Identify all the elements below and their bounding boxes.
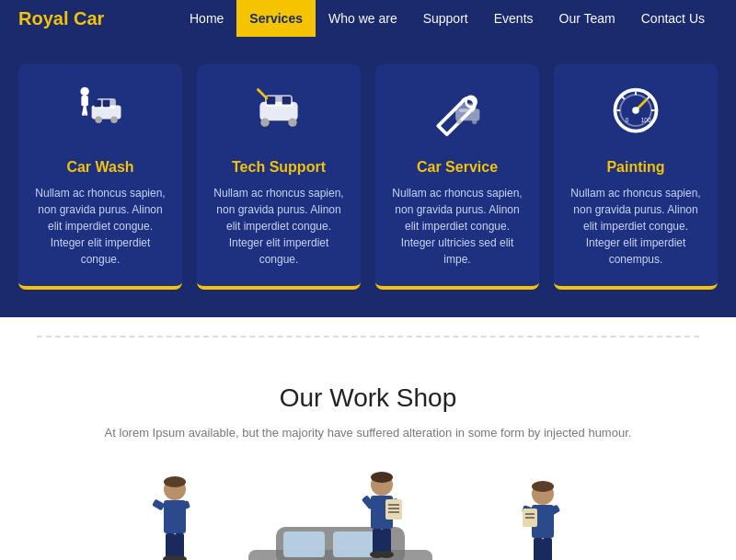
svg-rect-14 <box>267 97 275 104</box>
workshop-title: Our Work Shop <box>18 383 718 413</box>
nav-item-who-we-are[interactable]: Who we are <box>316 0 410 37</box>
svg-point-12 <box>260 118 269 126</box>
nav-item-events[interactable]: Events <box>481 0 546 37</box>
site-logo[interactable]: Royal Car <box>18 8 104 29</box>
svg-text:0: 0 <box>626 117 629 123</box>
svg-point-7 <box>110 117 118 124</box>
section-divider <box>37 336 699 337</box>
svg-rect-36 <box>152 499 165 511</box>
svg-point-20 <box>456 119 462 124</box>
service-card-car-wash: Car Wash Nullam ac rhoncus sapien, non g… <box>18 64 182 290</box>
svg-point-65 <box>532 481 554 492</box>
service-card-car-service: Car Service Nullam ac rhoncus sapien, no… <box>375 64 539 290</box>
svg-rect-8 <box>94 100 101 108</box>
nav-item-services[interactable]: Services <box>236 0 316 37</box>
svg-point-30 <box>632 107 639 114</box>
svg-rect-56 <box>373 529 382 554</box>
svg-rect-15 <box>282 97 291 104</box>
svg-rect-39 <box>175 533 184 559</box>
svg-text:100: 100 <box>641 117 651 123</box>
nav-item-contact-us[interactable]: Contact Us <box>628 0 718 37</box>
service-card-painting: 0 100 Painting Nullam ac rhoncus sapien,… <box>554 64 718 290</box>
svg-point-13 <box>288 118 296 126</box>
svg-rect-44 <box>283 531 325 557</box>
nav-item-home[interactable]: Home <box>177 0 236 37</box>
tech-support-desc: Nullam ac rhoncus sapien, non gravida pu… <box>212 185 346 268</box>
painting-desc: Nullam ac rhoncus sapien, non gravida pu… <box>569 185 703 268</box>
services-grid: Car Wash Nullam ac rhoncus sapien, non g… <box>18 64 718 290</box>
car-wash-icon <box>33 83 167 148</box>
svg-line-3 <box>85 106 86 115</box>
painting-title: Painting <box>569 159 703 176</box>
svg-line-27 <box>622 97 625 99</box>
svg-rect-38 <box>166 533 175 559</box>
car-service-title: Car Service <box>390 159 524 176</box>
workshop-section: Our Work Shop At lorem Ipsum available, … <box>0 356 736 560</box>
svg-rect-19 <box>459 104 475 112</box>
svg-rect-1 <box>81 96 88 106</box>
svg-rect-9 <box>103 100 110 108</box>
svg-rect-57 <box>382 529 391 554</box>
logo-text-accent: Car <box>74 8 104 29</box>
tech-support-title: Tech Support <box>212 159 346 176</box>
car-service-icon <box>390 83 524 148</box>
nav-item-support[interactable]: Support <box>410 0 481 37</box>
navbar: Royal Car Home Services Who we are Suppo… <box>0 0 736 37</box>
nav-item-our-team[interactable]: Our Team <box>546 0 628 37</box>
tech-support-icon <box>212 83 346 148</box>
svg-line-16 <box>259 90 267 98</box>
workers-scene <box>18 467 718 560</box>
svg-rect-69 <box>534 538 543 560</box>
svg-point-0 <box>80 87 88 96</box>
svg-point-6 <box>95 117 102 124</box>
svg-point-52 <box>371 472 393 483</box>
svg-rect-45 <box>333 531 374 557</box>
svg-line-28 <box>647 97 650 99</box>
painting-icon: 0 100 <box>569 83 703 148</box>
services-section: Car Wash Nullam ac rhoncus sapien, non g… <box>0 37 736 317</box>
car-wash-title: Car Wash <box>33 159 167 176</box>
svg-rect-60 <box>385 499 402 520</box>
nav-links: Home Services Who we are Support Events … <box>177 0 718 37</box>
workers-illustration <box>46 467 690 560</box>
svg-point-21 <box>472 119 477 124</box>
logo-text-main: Royal <box>18 8 74 29</box>
svg-point-59 <box>379 551 394 558</box>
car-wash-desc: Nullam ac rhoncus sapien, non gravida pu… <box>33 185 167 268</box>
svg-point-34 <box>164 476 186 487</box>
svg-rect-70 <box>543 538 552 560</box>
service-card-tech-support: Tech Support Nullam ac rhoncus sapien, n… <box>197 64 361 290</box>
car-service-desc: Nullam ac rhoncus sapien, non gravida pu… <box>390 185 524 268</box>
workshop-subtitle: At lorem Ipsum available, but the majori… <box>18 426 718 440</box>
